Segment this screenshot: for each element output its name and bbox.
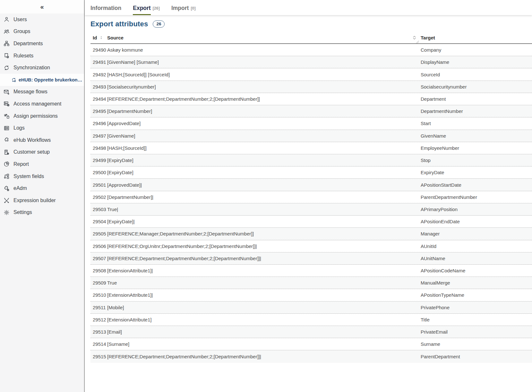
sidebar-item-synchronization[interactable]: Synchronization [0, 62, 84, 74]
count-badge: 26 [153, 21, 165, 28]
sidebar-item-eadm[interactable]: eAdm [0, 182, 84, 194]
crossed-tools-icon [4, 197, 10, 203]
table-row[interactable]: 29501[ApprovedDate]|APositionStartDate [90, 179, 532, 191]
sidebar-item-assign-permissions[interactable]: Assign permissions [0, 110, 84, 122]
cell-source: [ExpiryDate]| [107, 219, 421, 224]
cell-id: 29510 [90, 292, 107, 298]
cell-id: 29502 [90, 194, 107, 200]
table-row[interactable]: 29515[REFERENCE;Department;DepartmentNum… [90, 350, 532, 362]
sort-arrows-icon[interactable] [99, 36, 103, 40]
sidebar-item-logs[interactable]: Logs [0, 122, 84, 134]
table-row[interactable]: 29499[ExpiryDate]Stop [90, 154, 532, 166]
sidebar-item-access-management[interactable]: Access management [0, 98, 84, 110]
table-row[interactable]: 29492[HASH;[SourceId]] [SourceId]SourceI… [90, 68, 532, 81]
table-row[interactable]: 29494[REFERENCE;Department;DepartmentNum… [90, 93, 532, 105]
cell-id: 29497 [90, 133, 107, 139]
table-row[interactable]: 29502[DepartmentNumber]|ParentDepartment… [90, 191, 532, 203]
sidebar-item-ehub-workflows[interactable]: eHub Workflows [0, 134, 84, 146]
cell-id: 29515 [90, 354, 107, 359]
sidebar-item-users[interactable]: Users [0, 13, 84, 26]
sidebar-item-departments[interactable]: Departments [0, 38, 84, 50]
cell-source: [ExpiryDate] [107, 158, 421, 163]
sidebar-item-groups[interactable]: Groups [0, 26, 84, 38]
sidebar-item-label: Message flows [13, 89, 47, 95]
sidebar-item-message-flows[interactable]: Message flows [0, 86, 84, 98]
cell-source: [DepartmentNumber]| [107, 194, 421, 200]
table-row[interactable]: 29495[DepartmentNumber]DepartmentNumber [90, 105, 532, 117]
cell-id: 29501 [90, 182, 107, 188]
sidebar-item-customer-setup[interactable]: Customer setup [0, 146, 84, 158]
cell-source: [DepartmentNumber] [107, 108, 421, 114]
table-row[interactable]: 29496[ApprovedDate]Start [90, 117, 532, 130]
table-row[interactable]: 29508[ExtensionAttribute1]|APositionCode… [90, 265, 532, 277]
sidebar-item-expression-builder[interactable]: Expression builder [0, 194, 84, 207]
cell-id: 29494 [90, 96, 107, 102]
table-row[interactable]: 29510[ExtensionAttribute1]|APositionType… [90, 289, 532, 301]
cell-target: APositionStartDate [421, 182, 532, 188]
cell-target: ParentDepartmentNumber [421, 194, 532, 200]
cell-source: [ExtensionAttribute1] [107, 317, 421, 322]
tab-import[interactable]: Import[0] [171, 0, 196, 15]
cell-source: Askøy kommune [107, 47, 421, 53]
table-row[interactable]: 29491[GivenName] [Surname]DisplayName [90, 56, 532, 68]
cell-id: 29504 [90, 219, 107, 224]
cell-id: 29505 [90, 231, 107, 236]
column-resize-icon[interactable] [416, 39, 419, 43]
cell-id: 29513 [90, 329, 107, 335]
column-header-target[interactable]: Target [421, 35, 532, 40]
cell-source: [Mobile] [107, 305, 421, 310]
table-row[interactable]: 29505[REFERENCE;Manager;DepartmentNumber… [90, 228, 532, 240]
cell-target: EmployeeNumber [421, 145, 532, 151]
cell-id: 29507 [90, 256, 107, 261]
log-table-icon [4, 125, 10, 131]
tab-export[interactable]: Export[26] [133, 0, 160, 15]
cell-source: [ApprovedDate]| [107, 182, 421, 188]
cell-source: [REFERENCE;OrgUnitnr;DepartmentNumber;2;… [107, 243, 421, 249]
table-row[interactable]: 29507[REFERENCE;Department;DepartmentNum… [90, 252, 532, 265]
sidebar-collapse-button[interactable]: « [37, 3, 47, 11]
column-header-target-label: Target [421, 35, 435, 40]
sidebar-item-ehub-opprette-brukerkonto-fo[interactable]: eHUB: Opprette brukerkonto fo... [0, 74, 84, 86]
ruleset-icon [4, 53, 10, 59]
table-row[interactable]: 29511[Mobile]PrivatePhone [90, 302, 532, 314]
table-row[interactable]: 29498[HASH;[SourceId]]EmployeeNumber [90, 142, 532, 154]
cell-target: APositionEndDate [421, 219, 532, 224]
sidebar-item-label: eHub Workflows [13, 137, 51, 143]
puzzle-icon [4, 137, 10, 143]
column-header-id-label: Id [90, 35, 97, 40]
table-row[interactable]: 29497[GivenName]GivenName [90, 130, 532, 142]
cell-target: Surname [421, 341, 532, 347]
table-row[interactable]: 29512[ExtensionAttribute1]Title [90, 314, 532, 326]
cell-id: 29495 [90, 108, 107, 114]
export-attributes-table: Id Source Target 29490Askøy kommuneCompa… [90, 32, 532, 392]
cell-target: ManualMerge [421, 280, 532, 285]
cell-target: AUnitName [421, 256, 532, 261]
cell-id: 29492 [90, 72, 107, 77]
tab-information[interactable]: Information [90, 0, 121, 15]
cell-target: SourceId [421, 72, 532, 77]
table-row[interactable]: 29500[ExpiryDate]ExpiryDate [90, 166, 532, 179]
table-row[interactable]: 29493[Socialsecuritynumber]Socialsecurit… [90, 81, 532, 93]
sidebar-item-label: Access management [13, 101, 61, 107]
column-header-source[interactable]: Source [107, 35, 421, 40]
sidebar-item-system-fields[interactable]: System fields [0, 170, 84, 183]
cell-id: 29514 [90, 341, 107, 347]
table-row[interactable]: 29490Askøy kommuneCompany [90, 44, 532, 56]
sidebar-item-settings[interactable]: Settings [0, 207, 84, 219]
cell-source: [REFERENCE;Department;DepartmentNumber;2… [107, 256, 421, 261]
table-row[interactable]: 29513[Email]PrivateEmail [90, 326, 532, 338]
column-header-id[interactable]: Id [90, 35, 107, 40]
cell-source: [GivenName] [107, 133, 421, 139]
table-row[interactable]: 29503True|APrimaryPosition [90, 203, 532, 216]
sidebar-item-rulesets[interactable]: Rulesets [0, 50, 84, 62]
table-row[interactable]: 29514[Surname]Surname [90, 338, 532, 350]
cell-source: [ApprovedDate] [107, 121, 421, 126]
cell-id: 29503 [90, 207, 107, 212]
table-row[interactable]: 29506[REFERENCE;OrgUnitnr;DepartmentNumb… [90, 240, 532, 252]
sidebar-item-label: System fields [13, 174, 44, 179]
table-row[interactable]: 29504[ExpiryDate]|APositionEndDate [90, 216, 532, 228]
cell-target: Start [421, 121, 532, 126]
sidebar-item-report[interactable]: Report [0, 158, 84, 170]
table-row[interactable]: 29509TrueManualMerge [90, 277, 532, 289]
sidebar-item-label: Rulesets [13, 53, 33, 59]
